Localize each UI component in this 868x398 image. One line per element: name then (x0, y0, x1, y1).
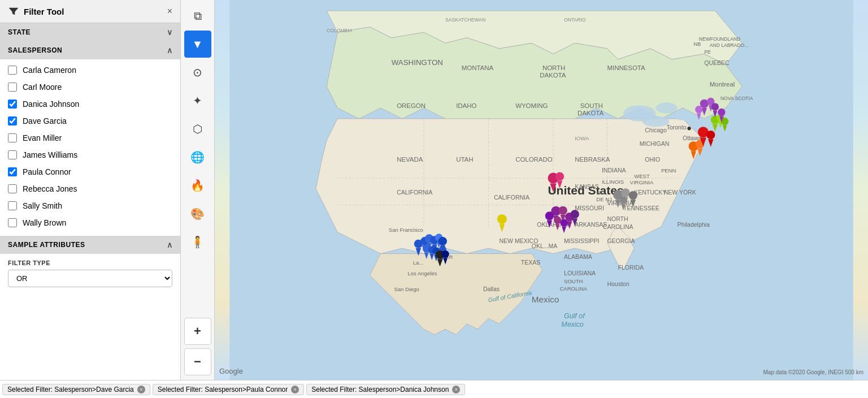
sidebar: Filter Tool × STATE ∨ SALESPERSON ∧ Carl… (0, 0, 181, 380)
salesperson-item[interactable]: Wally Brown (0, 214, 180, 231)
salesperson-item[interactable]: James Williams (0, 146, 180, 163)
salesperson-checkbox[interactable] (8, 184, 17, 193)
svg-text:La...: La... (413, 259, 424, 266)
salesperson-name: Rebecca Jones (23, 184, 77, 193)
google-watermark: Google (219, 367, 243, 375)
salesperson-checkbox[interactable] (8, 133, 17, 142)
svg-text:NEWFOUNDLAND: NEWFOUNDLAND (699, 36, 740, 42)
svg-text:NORTH: NORTH (607, 215, 628, 222)
svg-point-9 (675, 112, 691, 120)
zoom-out-button[interactable]: − (184, 348, 211, 375)
palette-tool-button[interactable]: 🎨 (184, 200, 211, 227)
fire-tool-button[interactable]: 🔥 (184, 172, 211, 199)
svg-text:AND LABRADO...: AND LABRADO... (710, 42, 749, 48)
svg-point-8 (656, 102, 677, 113)
svg-text:ALABAMA: ALABAMA (564, 253, 592, 260)
close-button[interactable]: × (167, 6, 172, 16)
svg-point-133 (619, 196, 627, 204)
salesperson-checkbox[interactable] (8, 116, 17, 126)
svg-text:Montreal: Montreal (710, 81, 735, 88)
svg-text:MD: MD (596, 189, 605, 196)
svg-point-107 (497, 214, 507, 224)
svg-text:QUEBEC: QUEBEC (704, 59, 730, 66)
salesperson-name: Danica Johnson (23, 100, 79, 109)
salesperson-checkbox[interactable] (8, 83, 17, 92)
salesperson-item[interactable]: Sally Smith (0, 197, 180, 214)
sample-attributes-header[interactable]: SAMPLE ATTRIBUTES ∧ (0, 236, 180, 254)
state-section-label: STATE (8, 28, 31, 36)
svg-text:UTAH: UTAH (456, 156, 473, 163)
salesperson-section-header[interactable]: SALESPERSON ∧ (0, 41, 180, 59)
svg-text:MINNESOTA: MINNESOTA (607, 64, 645, 71)
filter-bar: Selected Filter: Salesperson>Dave Garcia… (0, 380, 868, 398)
svg-text:WASHINGTON: WASHINGTON (392, 58, 443, 67)
svg-text:NORTH: NORTH (542, 64, 565, 71)
sign-tool-button[interactable]: ✦ (184, 87, 211, 114)
state-chevron: ∨ (167, 28, 173, 37)
svg-text:SASKATCHEWAN: SASKATCHEWAN (445, 17, 485, 23)
salesperson-checkbox[interactable] (8, 218, 17, 227)
svg-text:ONTARIO: ONTARIO (564, 17, 586, 23)
salesperson-name: Dave Garcia (23, 116, 67, 126)
svg-text:DE NJ: DE NJ (596, 196, 612, 202)
svg-text:CAROLINA: CAROLINA (559, 285, 587, 292)
filter-type-section: FILTER TYPE ORAND (0, 254, 180, 293)
salesperson-checkbox[interactable] (8, 167, 17, 176)
svg-text:Toronto: Toronto (666, 124, 686, 131)
filter-chip-close[interactable]: × (452, 386, 460, 393)
svg-text:Los Angeles: Los Angeles (407, 270, 437, 276)
zoom-in-button[interactable]: + (184, 318, 211, 345)
svg-point-111 (555, 172, 564, 181)
salesperson-item[interactable]: Rebecca Jones (0, 180, 180, 197)
svg-text:DAKOTA: DAKOTA (578, 110, 604, 116)
globe-tool-button[interactable]: 🌐 (184, 144, 211, 171)
salesperson-checkbox[interactable] (8, 66, 17, 75)
svg-text:MONTANA: MONTANA (462, 64, 494, 71)
salesperson-item[interactable]: Dave Garcia (0, 113, 180, 129)
filter-chip: Selected Filter: Salesperson>Dave Garcia… (2, 384, 150, 395)
person-tool-button[interactable]: 🧍 (184, 228, 211, 256)
filter-tool-button[interactable]: ▼ (184, 31, 211, 58)
filter-type-select[interactable]: ORAND (8, 270, 172, 287)
svg-text:MICHIGAN: MICHIGAN (640, 140, 670, 147)
svg-point-125 (560, 219, 567, 227)
svg-text:FLORIDA: FLORIDA (618, 264, 644, 271)
copy-tool-button[interactable]: ⧉ (184, 2, 211, 29)
salesperson-item[interactable]: Danica Johnson (0, 96, 180, 113)
salesperson-chevron: ∧ (167, 46, 173, 55)
filter-chip-close[interactable]: × (291, 386, 299, 393)
salesperson-checkbox[interactable] (8, 201, 17, 210)
svg-text:San Diego: San Diego (394, 286, 419, 292)
salesperson-item[interactable]: Carl Moore (0, 79, 180, 96)
svg-text:INDIANA: INDIANA (602, 167, 626, 174)
salesperson-item[interactable]: Carla Cameron (0, 62, 180, 79)
svg-text:San Francisco: San Francisco (389, 227, 423, 233)
polygon-tool-button[interactable]: ⬡ (184, 115, 211, 142)
salesperson-name: Sally Smith (23, 201, 62, 210)
svg-text:Gulf of: Gulf of (564, 312, 585, 320)
svg-text:MISSOURI: MISSOURI (575, 205, 604, 211)
svg-text:WYOMING: WYOMING (515, 102, 548, 109)
svg-text:SOUTH: SOUTH (564, 278, 583, 284)
svg-point-105 (441, 250, 449, 258)
sidebar-header: Filter Tool × (0, 0, 180, 23)
salesperson-item[interactable]: Evan Miller (0, 129, 180, 146)
filter-chip-label: Selected Filter: Salesperson>Danica John… (311, 386, 449, 393)
svg-text:COLORADO: COLORADO (515, 156, 553, 163)
svg-text:CAROLINA: CAROLINA (603, 223, 633, 230)
state-section-header[interactable]: STATE ∨ (0, 23, 180, 41)
pin-tool-button[interactable]: ⊙ (184, 59, 211, 86)
salesperson-section-label: SALESPERSON (8, 46, 62, 54)
salesperson-checkbox[interactable] (8, 150, 17, 159)
salesperson-checklist: Carla CameronCarl MooreDanica JohnsonDav… (0, 59, 180, 233)
filter-chip-close[interactable]: × (137, 386, 145, 393)
filter-chip-label: Selected Filter: Salesperson>Paula Conno… (158, 386, 288, 393)
svg-text:CALIFORNIA: CALIFORNIA (397, 189, 432, 196)
salesperson-item[interactable]: Paula Connor (0, 163, 180, 180)
svg-text:GEORGIA: GEORGIA (607, 237, 635, 244)
salesperson-checkbox[interactable] (8, 100, 17, 109)
zoom-group: + − (184, 315, 211, 375)
svg-text:TEXAS: TEXAS (521, 259, 540, 266)
map-container[interactable]: Gulf of California Gulf of Mexico United… (215, 0, 868, 380)
svg-text:NOVA SCOTIA: NOVA SCOTIA (721, 96, 753, 101)
